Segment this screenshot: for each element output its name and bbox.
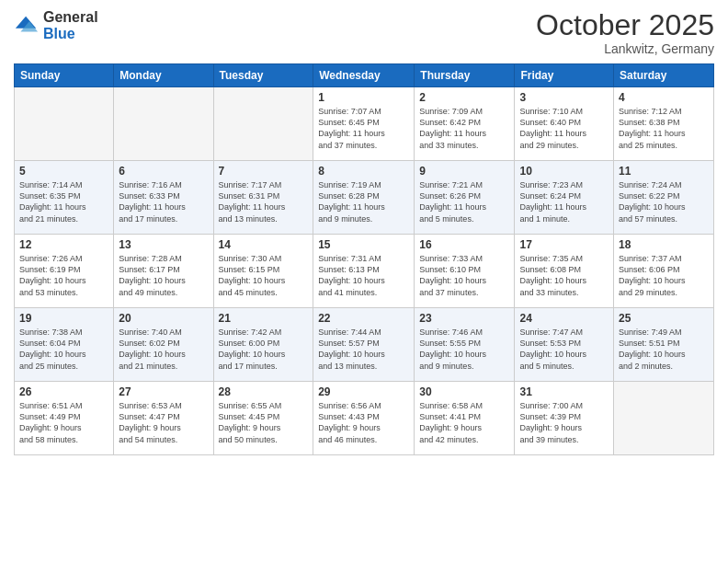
day-info-13: Sunrise: 7:28 AM Sunset: 6:17 PM Dayligh…: [119, 253, 208, 298]
day-info-26: Sunrise: 6:51 AM Sunset: 4:49 PM Dayligh…: [19, 400, 108, 445]
calendar-cell-w1-d4: 1Sunrise: 7:07 AM Sunset: 6:45 PM Daylig…: [313, 87, 415, 161]
week-row-3: 12Sunrise: 7:26 AM Sunset: 6:19 PM Dayli…: [15, 235, 714, 308]
calendar-cell-w2-d1: 5Sunrise: 7:14 AM Sunset: 6:35 PM Daylig…: [15, 161, 114, 235]
day-number-13: 13: [119, 238, 208, 251]
calendar-cell-w2-d7: 11Sunrise: 7:24 AM Sunset: 6:22 PM Dayli…: [614, 161, 714, 235]
calendar-cell-w5-d3: 28Sunrise: 6:55 AM Sunset: 4:45 PM Dayli…: [213, 382, 313, 455]
day-info-31: Sunrise: 7:00 AM Sunset: 4:39 PM Dayligh…: [519, 400, 609, 445]
day-info-1: Sunrise: 7:07 AM Sunset: 6:45 PM Dayligh…: [318, 106, 409, 151]
day-info-5: Sunrise: 7:14 AM Sunset: 6:35 PM Dayligh…: [19, 179, 108, 224]
day-info-29: Sunrise: 6:56 AM Sunset: 4:43 PM Dayligh…: [318, 400, 409, 445]
day-info-8: Sunrise: 7:19 AM Sunset: 6:28 PM Dayligh…: [318, 179, 409, 224]
calendar-header-row: Sunday Monday Tuesday Wednesday Thursday…: [15, 64, 714, 87]
calendar-cell-w2-d4: 8Sunrise: 7:19 AM Sunset: 6:28 PM Daylig…: [313, 161, 415, 235]
day-info-24: Sunrise: 7:47 AM Sunset: 5:53 PM Dayligh…: [519, 327, 609, 372]
day-info-16: Sunrise: 7:33 AM Sunset: 6:10 PM Dayligh…: [419, 253, 509, 298]
day-info-15: Sunrise: 7:31 AM Sunset: 6:13 PM Dayligh…: [318, 253, 409, 298]
day-info-23: Sunrise: 7:46 AM Sunset: 5:55 PM Dayligh…: [419, 327, 509, 372]
day-number-26: 26: [19, 385, 108, 398]
calendar-cell-w1-d5: 2Sunrise: 7:09 AM Sunset: 6:42 PM Daylig…: [415, 87, 515, 161]
day-info-6: Sunrise: 7:16 AM Sunset: 6:33 PM Dayligh…: [119, 179, 208, 224]
day-number-11: 11: [619, 165, 709, 178]
calendar-cell-w1-d2: [114, 87, 213, 161]
day-number-22: 22: [318, 312, 409, 325]
day-info-25: Sunrise: 7:49 AM Sunset: 5:51 PM Dayligh…: [619, 327, 709, 372]
calendar-cell-w2-d3: 7Sunrise: 7:17 AM Sunset: 6:31 PM Daylig…: [213, 161, 313, 235]
calendar-cell-w1-d7: 4Sunrise: 7:12 AM Sunset: 6:38 PM Daylig…: [614, 87, 714, 161]
calendar-cell-w4-d3: 21Sunrise: 7:42 AM Sunset: 6:00 PM Dayli…: [213, 308, 313, 382]
day-number-2: 2: [419, 91, 509, 104]
location: Lankwitz, Germany: [536, 41, 714, 56]
day-info-11: Sunrise: 7:24 AM Sunset: 6:22 PM Dayligh…: [619, 179, 709, 224]
day-number-7: 7: [219, 165, 309, 178]
day-number-1: 1: [318, 91, 409, 104]
day-number-10: 10: [519, 165, 609, 178]
header-wednesday: Wednesday: [313, 64, 415, 87]
header-monday: Monday: [114, 64, 213, 87]
month-title: October 2025: [536, 9, 714, 41]
day-info-14: Sunrise: 7:30 AM Sunset: 6:15 PM Dayligh…: [219, 253, 309, 298]
calendar-cell-w2-d5: 9Sunrise: 7:21 AM Sunset: 6:26 PM Daylig…: [415, 161, 515, 235]
calendar-cell-w4-d6: 24Sunrise: 7:47 AM Sunset: 5:53 PM Dayli…: [515, 308, 614, 382]
day-info-3: Sunrise: 7:10 AM Sunset: 6:40 PM Dayligh…: [519, 106, 609, 151]
day-number-27: 27: [119, 385, 208, 398]
week-row-2: 5Sunrise: 7:14 AM Sunset: 6:35 PM Daylig…: [15, 161, 714, 235]
day-number-23: 23: [419, 312, 509, 325]
calendar-cell-w1-d6: 3Sunrise: 7:10 AM Sunset: 6:40 PM Daylig…: [515, 87, 614, 161]
day-number-21: 21: [219, 312, 309, 325]
calendar-cell-w3-d5: 16Sunrise: 7:33 AM Sunset: 6:10 PM Dayli…: [415, 235, 515, 308]
calendar-cell-w5-d1: 26Sunrise: 6:51 AM Sunset: 4:49 PM Dayli…: [15, 382, 114, 455]
calendar-cell-w4-d5: 23Sunrise: 7:46 AM Sunset: 5:55 PM Dayli…: [415, 308, 515, 382]
logo-general-text: General: [43, 9, 98, 26]
calendar-cell-w5-d4: 29Sunrise: 6:56 AM Sunset: 4:43 PM Dayli…: [313, 382, 415, 455]
day-info-17: Sunrise: 7:35 AM Sunset: 6:08 PM Dayligh…: [519, 253, 609, 298]
header-tuesday: Tuesday: [213, 64, 313, 87]
calendar-cell-w4-d2: 20Sunrise: 7:40 AM Sunset: 6:02 PM Dayli…: [114, 308, 213, 382]
day-info-28: Sunrise: 6:55 AM Sunset: 4:45 PM Dayligh…: [219, 400, 309, 445]
calendar-cell-w5-d2: 27Sunrise: 6:53 AM Sunset: 4:47 PM Dayli…: [114, 382, 213, 455]
day-info-21: Sunrise: 7:42 AM Sunset: 6:00 PM Dayligh…: [219, 327, 309, 372]
day-number-20: 20: [119, 312, 208, 325]
day-number-3: 3: [519, 91, 609, 104]
day-number-31: 31: [519, 385, 609, 398]
day-number-18: 18: [619, 238, 709, 251]
day-number-24: 24: [519, 312, 609, 325]
header-sunday: Sunday: [15, 64, 114, 87]
day-number-15: 15: [318, 238, 409, 251]
day-info-19: Sunrise: 7:38 AM Sunset: 6:04 PM Dayligh…: [19, 327, 108, 372]
day-number-25: 25: [619, 312, 709, 325]
calendar-cell-w3-d2: 13Sunrise: 7:28 AM Sunset: 6:17 PM Dayli…: [114, 235, 213, 308]
calendar-cell-w2-d2: 6Sunrise: 7:16 AM Sunset: 6:33 PM Daylig…: [114, 161, 213, 235]
day-number-29: 29: [318, 385, 409, 398]
week-row-1: 1Sunrise: 7:07 AM Sunset: 6:45 PM Daylig…: [15, 87, 714, 161]
week-row-4: 19Sunrise: 7:38 AM Sunset: 6:04 PM Dayli…: [15, 308, 714, 382]
day-number-30: 30: [419, 385, 509, 398]
title-section: October 2025 Lankwitz, Germany: [536, 9, 714, 56]
calendar-table: Sunday Monday Tuesday Wednesday Thursday…: [14, 63, 714, 455]
logo-icon: [14, 13, 40, 39]
calendar-cell-w3-d7: 18Sunrise: 7:37 AM Sunset: 6:06 PM Dayli…: [614, 235, 714, 308]
header-saturday: Saturday: [614, 64, 714, 87]
logo-text: General Blue: [43, 9, 98, 41]
day-info-9: Sunrise: 7:21 AM Sunset: 6:26 PM Dayligh…: [419, 179, 509, 224]
calendar-cell-w2-d6: 10Sunrise: 7:23 AM Sunset: 6:24 PM Dayli…: [515, 161, 614, 235]
page: General Blue October 2025 Lankwitz, Germ…: [0, 0, 728, 563]
day-number-9: 9: [419, 165, 509, 178]
day-number-17: 17: [519, 238, 609, 251]
calendar-cell-w3-d4: 15Sunrise: 7:31 AM Sunset: 6:13 PM Dayli…: [313, 235, 415, 308]
day-info-20: Sunrise: 7:40 AM Sunset: 6:02 PM Dayligh…: [119, 327, 208, 372]
week-row-5: 26Sunrise: 6:51 AM Sunset: 4:49 PM Dayli…: [15, 382, 714, 455]
header-friday: Friday: [515, 64, 614, 87]
day-number-19: 19: [19, 312, 108, 325]
day-info-2: Sunrise: 7:09 AM Sunset: 6:42 PM Dayligh…: [419, 106, 509, 151]
calendar-cell-w1-d3: [213, 87, 313, 161]
day-info-27: Sunrise: 6:53 AM Sunset: 4:47 PM Dayligh…: [119, 400, 208, 445]
day-info-12: Sunrise: 7:26 AM Sunset: 6:19 PM Dayligh…: [19, 253, 108, 298]
calendar-cell-w5-d6: 31Sunrise: 7:00 AM Sunset: 4:39 PM Dayli…: [515, 382, 614, 455]
day-info-30: Sunrise: 6:58 AM Sunset: 4:41 PM Dayligh…: [419, 400, 509, 445]
calendar-cell-w3-d3: 14Sunrise: 7:30 AM Sunset: 6:15 PM Dayli…: [213, 235, 313, 308]
day-info-4: Sunrise: 7:12 AM Sunset: 6:38 PM Dayligh…: [619, 106, 709, 151]
day-number-6: 6: [119, 165, 208, 178]
logo-blue-text: Blue: [43, 26, 98, 42]
header: General Blue October 2025 Lankwitz, Germ…: [14, 9, 714, 56]
